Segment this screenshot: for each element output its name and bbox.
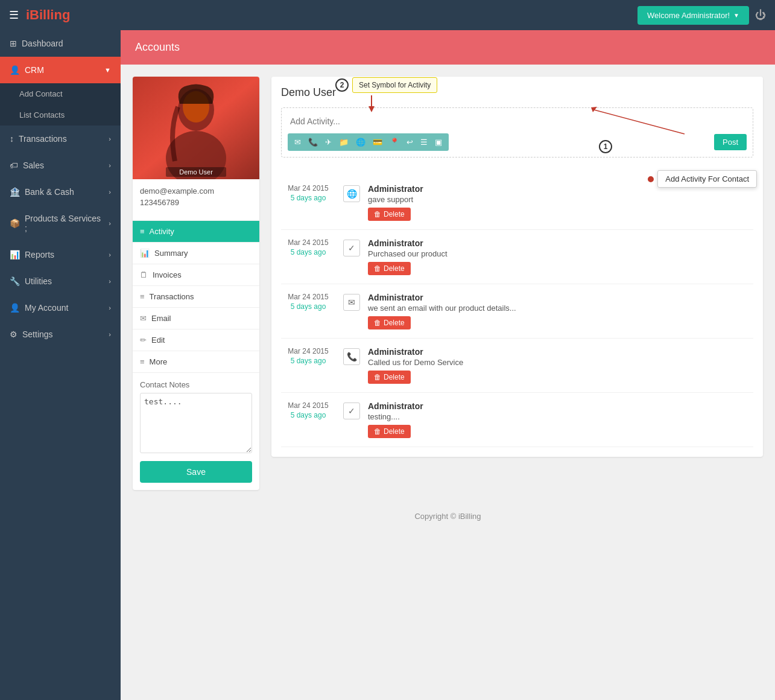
activity-symbol-2: ✓: [343, 240, 360, 256]
chevron-right-icon-3: ›: [109, 188, 111, 196]
sidebar-item-reports[interactable]: 📊 Reports ›: [0, 241, 121, 268]
activity-text-5: testing....: [368, 412, 753, 421]
crm-submenu: Add Contact List Contacts: [0, 83, 121, 126]
activity-date-5: Mar 24 2015: [281, 401, 335, 410]
activity-ago-3: 5 days ago: [281, 302, 335, 311]
activity-icons-bar: ✉ 📞 ✈ 📁 🌐 💳 📍 ↩ ☰ ▣: [288, 133, 449, 151]
activity-date-col-5: Mar 24 2015 5 days ago: [281, 401, 335, 419]
sidebar-item-dashboard[interactable]: ⊞ Dashboard: [0, 30, 121, 57]
chevron-down-icon: ▼: [104, 66, 111, 74]
contact-notes-label: Contact Notes: [140, 380, 252, 389]
page-header: Accounts: [121, 30, 775, 65]
sidebar-item-add-contact[interactable]: Add Contact: [0, 83, 121, 104]
activity-body-3: Administrator we sent an email with our …: [368, 293, 753, 329]
brand-logo: iBilling: [26, 7, 70, 23]
chevron-right-icon: ›: [109, 135, 111, 142]
hamburger-icon[interactable]: ☰: [9, 8, 19, 22]
delete-button-4[interactable]: 🗑 Delete: [368, 371, 411, 384]
activity-icon-grid[interactable]: ▣: [432, 136, 445, 148]
sidebar: ⊞ Dashboard 👤 CRM ▼ Add Contact List Con…: [0, 30, 121, 700]
save-button[interactable]: Save: [140, 461, 252, 483]
contact-notes-textarea[interactable]: test....: [140, 393, 252, 453]
activity-ago-1: 5 days ago: [281, 194, 335, 202]
activity-date-col-2: Mar 24 2015 5 days ago: [281, 238, 335, 256]
sidebar-item-my-account[interactable]: 👤 My Account ›: [0, 294, 121, 321]
activity-icon-col-5: ✓: [343, 401, 361, 419]
contact-menu-edit[interactable]: ✏ Edit: [133, 329, 259, 351]
sidebar-item-sales[interactable]: 🏷 Sales ›: [0, 152, 121, 179]
contact-menu-email[interactable]: ✉ Email: [133, 307, 259, 329]
sidebar-item-crm[interactable]: 👤 CRM ▼: [0, 57, 121, 83]
contact-menu-transactions[interactable]: ≡ Transactions: [133, 285, 259, 307]
activity-icon-phone[interactable]: 📞: [305, 136, 321, 148]
contact-menu-more[interactable]: ≡ More: [133, 351, 259, 372]
activity-date-2: Mar 24 2015: [281, 238, 335, 247]
summary-icon: 📊: [140, 249, 150, 258]
delete-button-3[interactable]: 🗑 Delete: [368, 316, 411, 329]
activity-icon-location[interactable]: 📍: [387, 136, 402, 148]
chevron-right-icon-4: ›: [109, 220, 111, 227]
activity-ago-5: 5 days ago: [281, 411, 335, 419]
table-row: Mar 24 2015 5 days ago ✓ Administrator t…: [281, 393, 753, 447]
add-activity-wrapper: ✉ 📞 ✈ 📁 🌐 💳 📍 ↩ ☰ ▣ Po: [281, 107, 753, 158]
activity-toolbar: ✉ 📞 ✈ 📁 🌐 💳 📍 ↩ ☰ ▣ Po: [288, 133, 747, 151]
activity-icon-col-3: ✉: [343, 293, 361, 311]
dashboard-icon: ⊞: [10, 39, 17, 48]
welcome-button[interactable]: Welcome Administrator!: [637, 6, 749, 25]
activity-date-col-4: Mar 24 2015 5 days ago: [281, 347, 335, 365]
activity-ago-2: 5 days ago: [281, 248, 335, 256]
activity-symbol-3: ✉: [343, 294, 360, 311]
sidebar-item-list-contacts[interactable]: List Contacts: [0, 104, 121, 126]
activity-icon-file[interactable]: 📁: [336, 136, 352, 148]
activity-icon-col-2: ✓: [343, 238, 361, 256]
activity-text-2: Purchased our product: [368, 249, 753, 258]
contact-menu-activity[interactable]: ≡ Activity: [133, 220, 259, 242]
activity-input[interactable]: [288, 114, 747, 129]
my-account-icon: 👤: [10, 303, 20, 313]
activity-date-col-1: Mar 24 2015 5 days ago: [281, 184, 335, 202]
activity-text-1: gave support: [368, 195, 753, 204]
activity-icon: ≡: [140, 227, 145, 236]
contact-notes-section: Contact Notes test.... Save: [133, 372, 259, 490]
activity-icon-globe[interactable]: 🌐: [353, 136, 369, 148]
bank-icon: 🏦: [10, 187, 20, 197]
activity-date-1: Mar 24 2015: [281, 184, 335, 192]
activity-icon-list[interactable]: ☰: [417, 136, 431, 148]
activity-author-1: Administrator: [368, 184, 753, 194]
sidebar-item-bank-cash[interactable]: 🏦 Bank & Cash ›: [0, 179, 121, 205]
chevron-right-icon-6: ›: [109, 278, 111, 285]
main-content: Accounts: [121, 30, 775, 700]
utilities-icon: 🔧: [10, 276, 20, 286]
sidebar-item-utilities[interactable]: 🔧 Utilities ›: [0, 268, 121, 294]
activity-author-4: Administrator: [368, 347, 753, 357]
sidebar-item-products-services[interactable]: 📦 Products & Services ; ›: [0, 205, 121, 241]
table-row: Mar 24 2015 5 days ago ✉ Administrator w…: [281, 284, 753, 339]
activity-panel-title: Demo User: [281, 86, 753, 99]
sidebar-item-transactions[interactable]: ↕ Transactions ›: [0, 126, 121, 152]
footer-text: Copyright © iBilling: [414, 512, 481, 521]
contact-phone: 123456789: [140, 198, 252, 207]
delete-button-1[interactable]: 🗑 Delete: [368, 208, 411, 221]
delete-button-5[interactable]: 🗑 Delete: [368, 425, 411, 438]
invoices-icon: 🗒: [140, 270, 148, 279]
reports-icon: 📊: [10, 250, 20, 259]
contact-menu-invoices[interactable]: 🗒 Invoices: [133, 264, 259, 285]
settings-icon: ⚙: [10, 329, 17, 339]
delete-button-2[interactable]: 🗑 Delete: [368, 262, 411, 275]
activity-icon-reply[interactable]: ↩: [403, 136, 416, 148]
contact-menu-summary[interactable]: 📊 Summary: [133, 242, 259, 264]
power-button[interactable]: ⏻: [755, 9, 766, 22]
activity-date-3: Mar 24 2015: [281, 293, 335, 301]
post-button[interactable]: Post: [714, 134, 747, 150]
activity-icon-card[interactable]: 💳: [370, 136, 385, 148]
top-nav-left: ☰ iBilling: [9, 7, 70, 23]
activity-author-2: Administrator: [368, 238, 753, 248]
sidebar-item-settings[interactable]: ⚙ Settings ›: [0, 321, 121, 348]
activity-icon-send[interactable]: ✈: [322, 136, 335, 148]
activity-symbol-4: 📞: [343, 348, 360, 365]
activity-author-3: Administrator: [368, 293, 753, 302]
activity-panel: Demo User ✉ 📞 ✈ 📁 🌐 💳: [271, 77, 763, 457]
activity-date-col-3: Mar 24 2015 5 days ago: [281, 293, 335, 311]
contact-photo: Demo User: [133, 77, 259, 179]
activity-icon-email[interactable]: ✉: [291, 136, 304, 148]
